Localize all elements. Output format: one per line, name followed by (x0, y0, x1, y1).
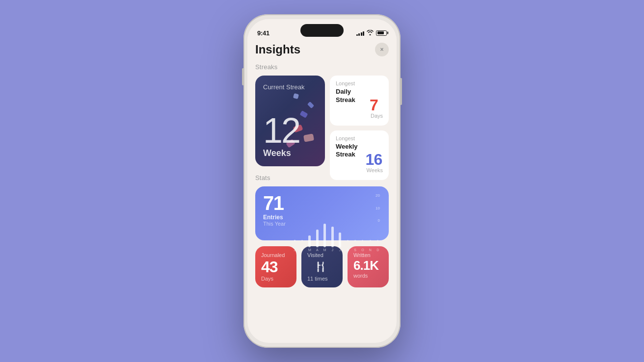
chart-dot-N (370, 240, 371, 241)
signal-bar-3 (361, 32, 362, 36)
visited-icon (307, 259, 337, 275)
app-header: Insights × (255, 41, 389, 56)
chart-bar-O: O (360, 240, 366, 252)
chart-month-J: J (294, 248, 295, 252)
journaled-label: Journaled (261, 252, 291, 258)
journaled-number: 43 (261, 259, 291, 275)
streak-right-cards: Longest Daily Streak 7 Days (330, 76, 389, 166)
chart-month-J3: J (339, 248, 341, 252)
svg-rect-3 (322, 268, 324, 272)
journaled-unit: Days (261, 276, 291, 282)
chart-dot-D (377, 240, 378, 241)
chart-month-A2: A (347, 248, 349, 252)
longest-daily-card: Longest Daily Streak 7 Days (330, 76, 389, 126)
longest-weekly-number: 16 (366, 151, 382, 168)
longest-daily-top-label: Longest (336, 80, 383, 86)
current-streak-label: Current Streak (263, 83, 317, 91)
chart-bar-J2-fill (331, 227, 334, 247)
chart-dot-S (354, 240, 356, 241)
streaks-section-label: Streaks (255, 63, 389, 71)
bottom-stats-row: Journaled 43 Days Visited (255, 246, 389, 287)
written-number: 6.1K (353, 259, 383, 272)
signal-bar-4 (363, 31, 364, 36)
longest-weekly-value-row: 16 Weeks (336, 152, 383, 175)
signal-bar-1 (356, 34, 358, 36)
chart-bar-A1-fill (316, 230, 319, 247)
status-time: 9:41 (257, 29, 269, 37)
chart-month-S: S (354, 248, 356, 252)
close-button[interactable]: × (375, 43, 389, 56)
stats-section: Stats 71 Entries This Year 20 10 0 (255, 174, 389, 240)
stats-entries-label: Entries (263, 214, 286, 221)
chart-month-M1: M (308, 248, 311, 252)
status-bar: 9:41 (247, 19, 397, 41)
chart-y-20: 20 (376, 193, 380, 198)
app-content: Insights × Streaks (247, 41, 397, 295)
chart-bar-J2: J (329, 227, 335, 252)
confetti-4 (307, 101, 314, 108)
chart-month-O: O (361, 248, 364, 252)
chart-month-J2: J (331, 248, 333, 252)
close-icon: × (380, 46, 383, 53)
chart-bar-F: F (299, 239, 305, 252)
longest-daily-value-group: 7 Days (370, 97, 383, 121)
chart-bar-J: J (292, 239, 297, 252)
chart-bar-N: N (367, 240, 373, 252)
chart-bar-M2: M (322, 224, 328, 252)
phone-screen: 9:41 (247, 19, 397, 343)
stats-entries-number: 71 (263, 193, 286, 213)
longest-weekly-value-group: 16 Weeks (366, 152, 383, 175)
chart-y-0: 0 (376, 218, 380, 223)
streaks-row: Current Streak 12 Weeks Longest Daily St (255, 76, 389, 166)
longest-weekly-top-label: Longest (336, 135, 383, 141)
chart-bar-A2: A (345, 240, 350, 252)
status-icons (356, 30, 387, 36)
longest-daily-value-row: 7 Days (336, 97, 383, 121)
confetti-6 (293, 93, 299, 99)
visited-times: 11 times (307, 276, 337, 282)
chart-month-M2: M (323, 248, 326, 252)
current-streak-value: 12 Weeks (263, 113, 317, 158)
chart-month-F: F (301, 248, 303, 252)
chart-month-N: N (369, 248, 372, 252)
stats-left: 71 Entries This Year (263, 193, 286, 227)
chart-bar-M1: M (307, 235, 313, 252)
written-label: Written (353, 252, 383, 258)
battery-icon (376, 30, 387, 36)
longest-daily-unit: Days (371, 113, 383, 119)
stats-entries-period: This Year (263, 221, 286, 227)
dynamic-island (300, 24, 344, 37)
visited-label: Visited (307, 252, 337, 258)
longest-daily-number: 7 (370, 96, 378, 114)
phone-frame: 9:41 (243, 14, 401, 348)
chart-dot-F (301, 240, 303, 241)
signal-bar-2 (358, 33, 360, 36)
written-unit: words (353, 273, 383, 279)
chart-bar-S: S (352, 240, 358, 252)
page-title: Insights (255, 43, 300, 56)
chart-bar-J3: J (337, 233, 343, 252)
chart-y-labels: 20 10 0 (292, 193, 381, 223)
stats-chart: 20 10 0 J (292, 193, 381, 233)
chart-bar-M1-fill (308, 235, 311, 247)
battery-fill (377, 31, 384, 34)
chart-dot-O (362, 240, 363, 241)
longest-weekly-card: Longest Weekly Streak 16 Weeks (330, 130, 389, 181)
chart-bar-J3-fill (339, 233, 341, 247)
chart-y-10: 10 (376, 206, 380, 210)
current-streak-unit: Weeks (263, 148, 317, 158)
chart-month-D: D (376, 248, 379, 252)
streaks-section: Streaks Current Streak (255, 63, 389, 166)
chart-bar-M2-fill (323, 224, 326, 247)
visited-card: Visited 11 times (301, 246, 343, 287)
stats-card: 71 Entries This Year 20 10 0 (255, 186, 389, 240)
chart-dot-J (294, 240, 295, 241)
chart-dot-A2 (347, 240, 349, 241)
signal-bars-icon (356, 30, 365, 36)
written-card: Written 6.1K words (348, 246, 389, 287)
chart-bar-A1: A (314, 230, 320, 252)
chart-y-axis: 20 10 0 (376, 193, 380, 223)
current-streak-number: 12 (263, 113, 317, 148)
current-streak-card: Current Streak 12 Weeks (255, 76, 325, 166)
wifi-icon (367, 30, 374, 36)
